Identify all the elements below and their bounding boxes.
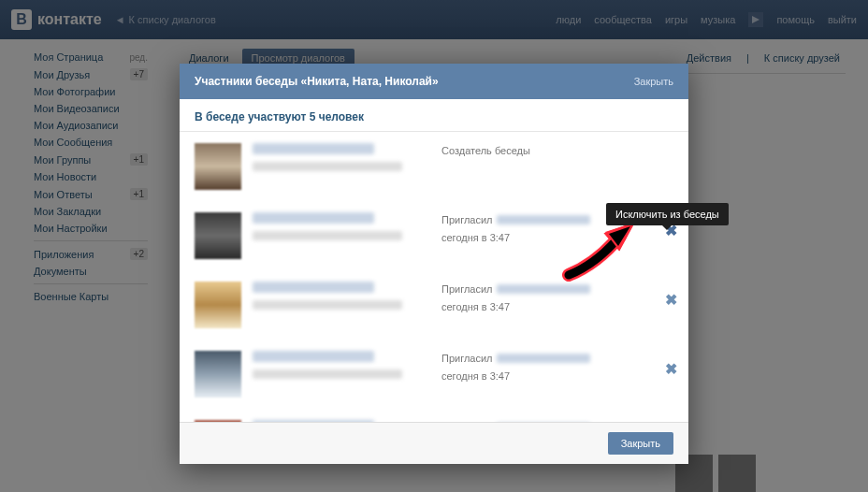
inviter-name[interactable] bbox=[497, 284, 590, 294]
participant-row: Пригласил сегодня в 3:47 ✖ bbox=[195, 340, 681, 409]
modal-title: Участники беседы «Никита, Ната, Николай» bbox=[195, 75, 439, 88]
modal-footer: Закрыть bbox=[180, 422, 688, 464]
inviter-name[interactable] bbox=[497, 354, 590, 363]
participant-name[interactable] bbox=[253, 143, 374, 154]
avatar[interactable] bbox=[195, 420, 241, 422]
modal-overlay: Участники беседы «Никита, Ната, Николай»… bbox=[0, 0, 868, 492]
modal-close-top[interactable]: Закрыть bbox=[634, 76, 673, 87]
participant-name[interactable] bbox=[253, 351, 374, 362]
avatar[interactable] bbox=[195, 351, 241, 398]
participant-name[interactable] bbox=[253, 212, 374, 224]
avatar[interactable] bbox=[195, 212, 241, 259]
tooltip-exclude: Исключить из беседы bbox=[606, 203, 729, 225]
participant-name[interactable] bbox=[253, 420, 374, 422]
annotation-arrow-icon bbox=[559, 217, 644, 282]
avatar[interactable] bbox=[195, 282, 241, 328]
modal-subheader: В беседе участвуют 5 человек bbox=[180, 99, 688, 132]
participant-subtitle bbox=[253, 231, 402, 240]
remove-participant-icon[interactable]: ✖ bbox=[661, 291, 681, 309]
creator-label: Создатель беседы bbox=[441, 143, 681, 159]
participant-row: Пригласил ✖ bbox=[195, 409, 681, 422]
participant-subtitle bbox=[253, 369, 402, 379]
modal-header: Участники беседы «Никита, Ната, Николай»… bbox=[180, 64, 688, 99]
close-button[interactable]: Закрыть bbox=[608, 432, 673, 455]
participant-subtitle bbox=[253, 300, 402, 310]
participant-row: Создатель беседы bbox=[195, 132, 681, 201]
participant-name[interactable] bbox=[253, 282, 374, 293]
avatar[interactable] bbox=[195, 143, 241, 190]
remove-participant-icon[interactable]: ✖ bbox=[661, 360, 681, 378]
participant-subtitle bbox=[253, 162, 402, 171]
